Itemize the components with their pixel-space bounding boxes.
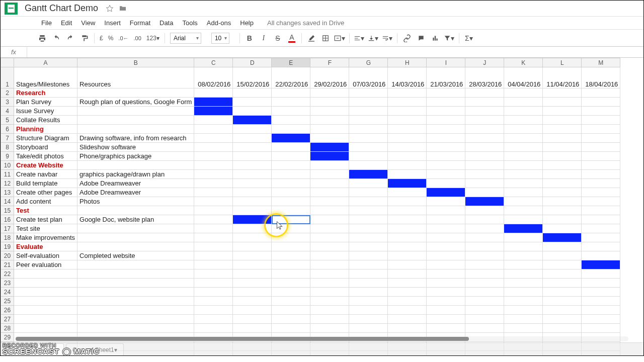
cell[interactable]	[272, 260, 310, 269]
cell[interactable]	[582, 152, 620, 161]
menu-tools[interactable]: Tools	[178, 17, 202, 30]
cell[interactable]	[310, 152, 349, 161]
bold-button[interactable]: B	[243, 32, 256, 44]
vertical-align-button[interactable]: ▾	[367, 32, 380, 44]
cell[interactable]	[349, 233, 388, 242]
cell[interactable]	[233, 170, 272, 179]
row-header[interactable]: 17	[1, 224, 14, 233]
cell[interactable]	[504, 170, 543, 179]
cell[interactable]	[504, 224, 543, 233]
cell[interactable]	[504, 98, 543, 107]
cell[interactable]	[582, 197, 620, 206]
cell[interactable]	[310, 116, 349, 125]
cell[interactable]	[272, 324, 310, 333]
cell[interactable]	[427, 306, 465, 315]
cell[interactable]	[272, 170, 310, 179]
cell[interactable]	[388, 152, 427, 161]
cell[interactable]	[427, 179, 465, 188]
cell[interactable]: 21/03/2016	[427, 67, 465, 88]
cell[interactable]	[582, 134, 620, 143]
text-color-button[interactable]: A	[285, 32, 298, 44]
cell[interactable]	[310, 324, 349, 333]
cell[interactable]	[388, 288, 427, 297]
cell[interactable]	[582, 251, 620, 260]
cell[interactable]	[194, 324, 233, 333]
cell[interactable]	[310, 170, 349, 179]
cell[interactable]	[465, 288, 504, 297]
cell[interactable]	[465, 188, 504, 197]
cell[interactable]	[582, 107, 620, 116]
cell[interactable]	[349, 116, 388, 125]
cell[interactable]	[272, 125, 310, 134]
cell[interactable]	[504, 179, 543, 188]
cell[interactable]	[233, 143, 272, 152]
cell[interactable]	[543, 260, 582, 269]
cell[interactable]	[582, 170, 620, 179]
cell[interactable]	[465, 269, 504, 279]
cell[interactable]	[388, 260, 427, 269]
strike-button[interactable]: S	[271, 32, 284, 44]
cell[interactable]	[272, 315, 310, 324]
menu-insert[interactable]: Insert	[100, 17, 125, 30]
cell[interactable]	[349, 188, 388, 197]
cell[interactable]: Slideshow software	[77, 143, 194, 152]
column-header-D[interactable]: D	[233, 58, 272, 67]
cell[interactable]: Drawing software, info from research	[77, 134, 194, 143]
cell[interactable]: Rough plan of questions, Google Form	[77, 98, 194, 107]
cell[interactable]	[543, 107, 582, 116]
cell[interactable]	[14, 288, 77, 297]
cell[interactable]	[582, 279, 620, 288]
column-header-A[interactable]: A	[14, 58, 77, 67]
cell[interactable]	[543, 269, 582, 279]
cell[interactable]	[77, 315, 194, 324]
cell[interactable]	[504, 233, 543, 242]
cell[interactable]: Phone/graphics package	[77, 152, 194, 161]
cell[interactable]	[582, 98, 620, 107]
cell[interactable]	[310, 315, 349, 324]
cell[interactable]	[582, 315, 620, 324]
cell[interactable]	[349, 170, 388, 179]
formula-input[interactable]	[27, 47, 643, 57]
cell[interactable]	[272, 161, 310, 170]
cell[interactable]: Resources	[77, 67, 194, 88]
row-header[interactable]: 13	[1, 188, 14, 197]
cell[interactable]	[504, 251, 543, 260]
cell[interactable]	[310, 269, 349, 279]
row-header[interactable]: 27	[1, 315, 14, 324]
cell[interactable]	[349, 260, 388, 269]
cell[interactable]	[543, 125, 582, 134]
insert-link-icon[interactable]	[400, 32, 414, 44]
cell[interactable]	[272, 306, 310, 315]
cell[interactable]	[543, 170, 582, 179]
cell[interactable]	[504, 260, 543, 269]
cell[interactable]	[194, 242, 233, 251]
cell[interactable]	[465, 107, 504, 116]
cell[interactable]: Evaluate	[14, 242, 77, 251]
cell[interactable]	[427, 224, 465, 233]
cell[interactable]	[465, 152, 504, 161]
cell[interactable]: Collate Results	[14, 116, 77, 125]
cell[interactable]	[77, 324, 194, 333]
cell[interactable]	[310, 233, 349, 242]
cell[interactable]	[272, 279, 310, 288]
row-header[interactable]: 11	[1, 170, 14, 179]
cell[interactable]: Research	[14, 88, 77, 98]
cell[interactable]	[77, 107, 194, 116]
cell[interactable]	[310, 242, 349, 251]
cell[interactable]: Structure Diagram	[14, 134, 77, 143]
borders-button[interactable]	[319, 32, 332, 44]
menu-add-ons[interactable]: Add-ons	[202, 17, 235, 30]
cell[interactable]: 11/04/2016	[543, 67, 582, 88]
cell[interactable]: Add content	[14, 197, 77, 206]
cell[interactable]	[427, 269, 465, 279]
column-header-J[interactable]: J	[465, 58, 504, 67]
cell[interactable]	[77, 88, 194, 98]
cell[interactable]: Create test plan	[14, 215, 77, 224]
cell[interactable]	[388, 315, 427, 324]
cell[interactable]	[272, 288, 310, 297]
cell[interactable]	[388, 224, 427, 233]
cell[interactable]	[272, 269, 310, 279]
menu-help[interactable]: Help	[235, 17, 258, 30]
row-header[interactable]: 19	[1, 242, 14, 251]
column-header-M[interactable]: M	[582, 58, 620, 67]
